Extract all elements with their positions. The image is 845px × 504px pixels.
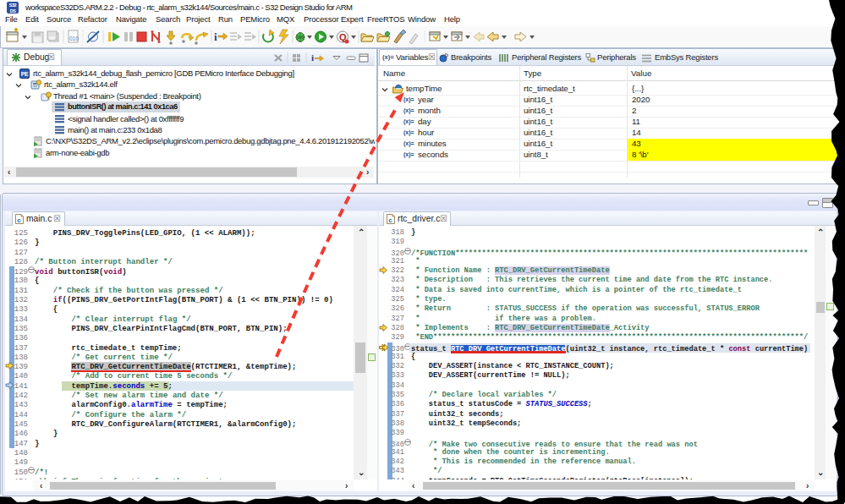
svg-text:c: c [388, 216, 392, 224]
svg-text:i: i [214, 30, 217, 43]
svg-text:010: 010 [69, 36, 79, 41]
svg-text:i: i [311, 52, 314, 63]
svg-text:PE: PE [21, 71, 29, 77]
svg-text:c: c [17, 216, 21, 224]
